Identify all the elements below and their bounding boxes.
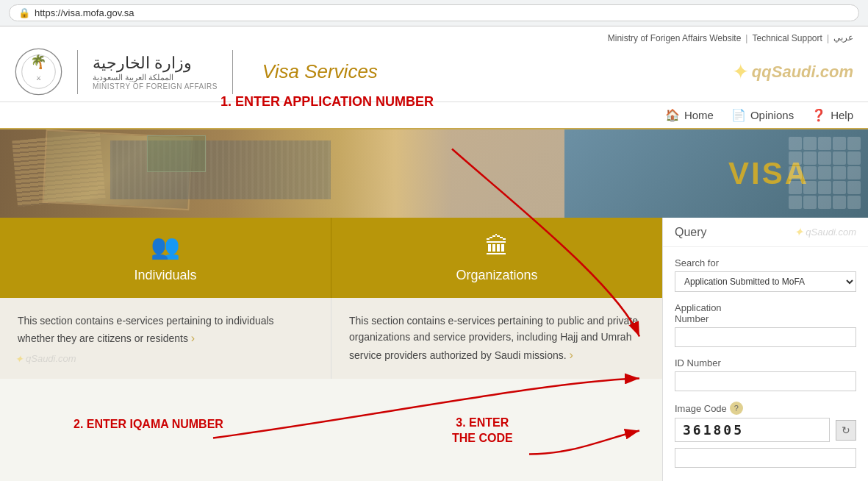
search-for-row: Search for Application Submitted to MoFA	[675, 257, 856, 292]
nav-bar: 🏠 Home 📄 Opinions ❓ Help	[0, 102, 868, 129]
header-watermark: ✦ qqSaudi.com	[732, 60, 853, 84]
https-icon: 🔒	[18, 7, 30, 18]
application-number-label: ApplicationNumber	[675, 302, 856, 324]
left-content: 👥 Individuals 🏛 Organizations This secti…	[0, 218, 662, 481]
image-code-help[interactable]: ?	[730, 402, 743, 415]
organizations-info-arrow[interactable]: ›	[570, 349, 573, 361]
logo-divider2	[232, 50, 233, 94]
organizations-button[interactable]: 🏛 Organizations	[331, 218, 662, 298]
sep2: |	[827, 33, 829, 43]
query-title: Query	[675, 226, 707, 239]
image-code-label: Image Code	[675, 403, 727, 414]
query-header: Query ✦ qSaudi.com	[663, 218, 868, 247]
logo-divider	[77, 50, 78, 94]
header: Ministry of Forigen Affairs Website | Te…	[0, 26, 868, 102]
id-number-input[interactable]	[675, 371, 856, 391]
captcha-row: 361805 ↻	[675, 418, 856, 442]
application-number-input[interactable]	[675, 327, 856, 347]
id-number-label: ID Number	[675, 357, 856, 368]
browser-bar: 🔒 https://visa.mofa.gov.sa	[0, 0, 868, 26]
main-content: 👥 Individuals 🏛 Organizations This secti…	[0, 218, 868, 481]
organizations-icon: 🏛	[485, 233, 509, 260]
captcha-input[interactable]	[675, 448, 856, 468]
individuals-watermark: ✦ qSaudi.com	[15, 351, 76, 367]
individuals-label: Individuals	[134, 268, 196, 283]
header-top: Ministry of Forigen Affairs Website | Te…	[15, 32, 853, 43]
sep1: |	[745, 33, 747, 43]
hero-banner: VISA	[0, 129, 868, 218]
logo-ministry: MINISTRY OF FOREIGN AFFAIRS	[93, 82, 218, 90]
individuals-icon: 👥	[151, 232, 180, 260]
organizations-info: This section contains e-services pertain…	[331, 298, 662, 379]
watermark-star-icon: ✦	[732, 60, 749, 84]
application-number-row: ApplicationNumber	[675, 302, 856, 347]
query-body: Search for Application Submitted to MoFA…	[663, 247, 868, 481]
watermark-text: qqSaudi.com	[752, 63, 853, 82]
nav-home-label: Home	[684, 109, 714, 121]
search-for-select[interactable]: Application Submitted to MoFA	[675, 271, 856, 292]
id-number-row: ID Number	[675, 357, 856, 391]
refresh-captcha-button[interactable]: ↻	[836, 420, 856, 441]
query-panel: Query ✦ qSaudi.com Search for Applicatio…	[662, 218, 868, 481]
query-watermark: ✦ qSaudi.com	[794, 225, 856, 239]
watermark-label2: qSaudi.com	[26, 352, 76, 367]
nav-help-label: Help	[831, 109, 853, 121]
image-code-row: Image Code ? 361805 ↻	[675, 402, 856, 468]
page-wrapper: 🔒 https://visa.mofa.gov.sa Ministry of F…	[0, 0, 868, 481]
logo-arabic: وزارة الخارجية	[93, 54, 192, 73]
query-watermark-star: ✦	[794, 225, 803, 239]
nav-opinions-label: Opinions	[750, 109, 794, 121]
logo-text-area: وزارة الخارجية المملكة العربية السعودية …	[93, 54, 218, 90]
individuals-info-arrow[interactable]: ›	[191, 332, 195, 344]
search-for-label: Search for	[675, 257, 856, 268]
logo-emblem: 🌴 ⚔	[15, 48, 62, 96]
arabic-link[interactable]: عربي	[833, 32, 853, 43]
info-sections: This section contains e-services pertain…	[0, 298, 662, 379]
visa-services-title: Visa Services	[262, 60, 378, 83]
url-text: https://visa.mofa.gov.sa	[35, 7, 134, 18]
ministry-link[interactable]: Ministry of Forigen Affairs Website	[608, 33, 742, 43]
captcha-display: 361805	[675, 418, 830, 442]
individuals-button[interactable]: 👥 Individuals	[0, 218, 331, 298]
opinions-icon: 📄	[731, 108, 746, 122]
individuals-info: This section contains e-services pertain…	[0, 298, 331, 379]
watermark-q: q	[752, 63, 761, 81]
logo-arabic-sub: المملكة العربية السعودية	[93, 73, 173, 82]
query-watermark-text: qSaudi.com	[806, 227, 856, 238]
support-link[interactable]: Technical Support	[752, 33, 822, 43]
nav-home[interactable]: 🏠 Home	[665, 108, 714, 122]
hero-grid	[789, 137, 861, 209]
nav-help[interactable]: ❓ Help	[811, 108, 853, 122]
svg-text:⚔: ⚔	[36, 75, 41, 82]
action-buttons: 👥 Individuals 🏛 Organizations	[0, 218, 662, 298]
home-icon: 🏠	[665, 108, 680, 122]
organizations-label: Organizations	[456, 268, 537, 283]
nav-opinions[interactable]: 📄 Opinions	[731, 108, 794, 122]
help-icon: ❓	[811, 108, 826, 122]
logo-area: 🌴 ⚔ وزارة الخارجية المملكة العربية السعو…	[15, 48, 378, 96]
individuals-info-text: This section contains e-services pertain…	[18, 313, 313, 348]
header-main: 🌴 ⚔ وزارة الخارجية المملكة العربية السعو…	[15, 48, 853, 96]
watermark-star2: ✦	[15, 351, 24, 367]
url-bar[interactable]: 🔒 https://visa.mofa.gov.sa	[9, 4, 859, 21]
organizations-info-text: This section contains e-services pertain…	[349, 313, 645, 364]
